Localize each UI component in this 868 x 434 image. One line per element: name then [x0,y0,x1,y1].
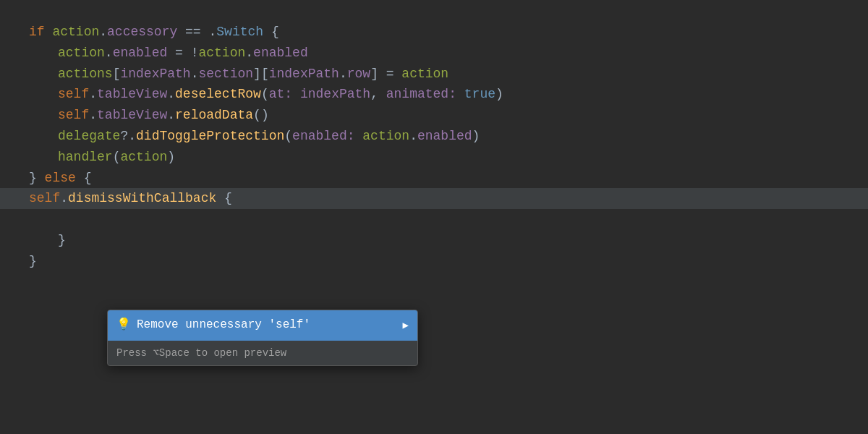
token: else [45,168,76,189]
quickfix-arrow: ▶ [403,318,409,333]
quickfix-item[interactable]: 💡 Remove unnecessary 'self' ▶ [108,310,417,341]
token: ( [284,126,292,147]
token: actions [58,64,113,85]
code-editor: if action . accessory == . Switch { acti… [0,0,868,434]
token: indexPath [300,84,370,105]
token: == . [177,22,216,43]
code-line-11: } [29,230,839,251]
quickfix-label: Remove unnecessary 'self' [137,316,310,335]
token: handler [58,147,113,168]
token: [ [113,64,121,85]
token: . [339,64,347,85]
token: ) [472,126,480,147]
token: . [89,105,97,126]
token: row [347,64,370,85]
token: enabled [113,43,168,64]
token: Switch [216,22,263,43]
token [292,84,300,105]
bulb-icon: 💡 [116,316,131,335]
token: action [120,147,167,168]
token: self [58,105,89,126]
token: enabled [417,126,472,147]
code-line-2: action . enabled = ! action . enabled [29,43,839,64]
code-line-9: self . dismissWithCallback { [0,188,868,209]
token: animated: [386,84,456,105]
token: indexPath [269,64,339,85]
token: deselectRow [175,84,261,105]
code-line-3: actions [ indexPath . section ][ indexPa… [29,64,839,85]
token: . [191,64,199,85]
token: self [29,188,60,209]
token: dismissWithCallback [68,188,216,209]
token: } [58,230,66,251]
token: didToggleProtection [136,126,284,147]
token: action [198,43,245,64]
token: . [89,84,97,105]
token: enabled: [292,126,354,147]
token: action [362,126,409,147]
code-line-4: self . tableView . deselectRow ( at: ind… [29,84,839,105]
code-line-1: if action . accessory == . Switch { [29,22,839,43]
token: . [105,43,113,64]
token: tableView [97,84,167,105]
token: action [401,64,448,85]
quickfix-hint: Press ⌥Space to open preview [108,341,417,365]
token: enabled [253,43,308,64]
token: action [52,22,99,43]
token [355,126,363,147]
token: { [76,168,92,189]
code-line-10 [29,209,839,230]
token: = ! [167,43,198,64]
token: at: [269,84,292,105]
token: accessory [107,22,177,43]
code-line-12: } [29,251,839,272]
token: reloadData [175,105,253,126]
token: , [370,84,386,105]
token: } [29,251,37,272]
quickfix-popup[interactable]: 💡 Remove unnecessary 'self' ▶ Press ⌥Spa… [107,310,418,366]
token: ( [113,147,121,168]
token: action [58,43,105,64]
token: section [198,64,253,85]
token: () [253,105,269,126]
token: ] = [370,64,401,85]
token: tableView [97,105,167,126]
token: . [60,188,68,209]
token: } [29,168,45,189]
token: . [245,43,253,64]
token: true [464,84,495,105]
code-line-5: self . tableView . reloadData () [29,105,839,126]
token: delegate [58,126,120,147]
token: ) [167,147,175,168]
token: if [29,22,45,43]
token: { [263,22,279,43]
code-line-7: handler ( action ) [29,147,839,168]
token: ?. [120,126,136,147]
token: . [167,105,175,126]
token: . [409,126,417,147]
token: indexPath [120,64,190,85]
token: self [58,84,89,105]
token: { [216,188,232,209]
token: . [167,84,175,105]
code-line-8: } else { [29,168,839,189]
token: ][ [253,64,269,85]
quickfix-item-left: 💡 Remove unnecessary 'self' [116,316,310,335]
token [456,84,464,105]
token: ) [495,84,503,105]
code-line-6: delegate ?. didToggleProtection ( enable… [29,126,839,147]
token [45,22,53,43]
token: . [99,22,107,43]
token: ( [261,84,269,105]
